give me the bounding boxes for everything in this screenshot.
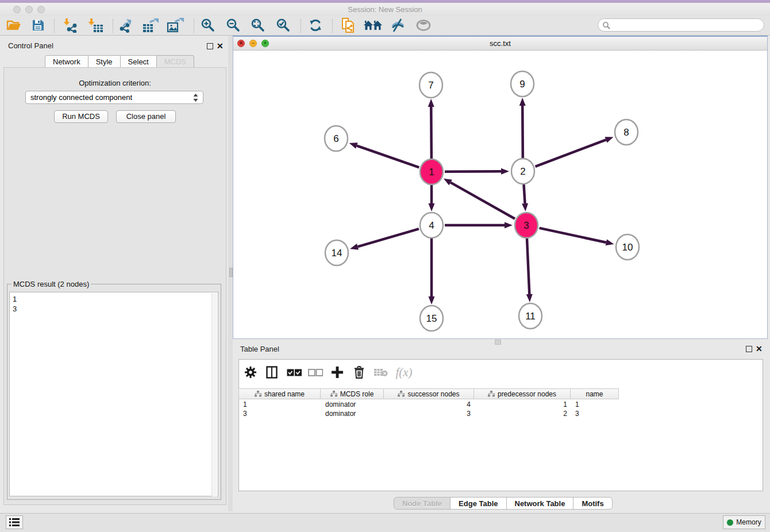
export-network-icon[interactable] [116,17,137,34]
network-minimize-button[interactable]: − [249,40,257,47]
graph-node-14[interactable]: 14 [325,240,348,265]
close-panel-button[interactable]: Close panel [116,110,176,123]
graph-edge-3-10[interactable] [539,228,606,242]
table-cell[interactable]: 1 [475,400,571,409]
column-header-shared-name[interactable]: shared name [238,388,321,399]
table-cell[interactable]: 1 [239,400,321,409]
memory-button[interactable]: Memory [723,515,765,529]
graph-edge-2-9[interactable] [522,106,523,158]
column-header-successor-nodes[interactable]: successor nodes [384,388,474,399]
graph-node-4[interactable]: 4 [420,213,443,238]
graph-node-1[interactable]: 1 [420,159,443,184]
network-close-button[interactable]: ✕ [237,40,245,47]
task-history-button[interactable] [6,515,23,529]
graph-node-15[interactable]: 15 [420,306,443,331]
graph-edge-4-14[interactable] [357,229,418,246]
graph-arrowhead-2-8 [605,137,614,142]
save-session-icon[interactable] [28,17,48,34]
graph-node-3[interactable]: 3 [515,213,538,238]
table-cell[interactable]: 2 [475,409,571,418]
control-panel-float-icon[interactable] [207,43,213,49]
tab-style[interactable]: Style [88,55,121,68]
mcds-result-textarea[interactable]: 13 [9,292,218,496]
graph-edge-1-6[interactable] [357,146,419,168]
table-cell[interactable]: 3 [571,409,619,418]
delete-table-icon[interactable] [372,364,390,381]
table-cell[interactable]: 4 [384,400,475,409]
graph-arrowhead-3-11 [526,294,533,302]
refresh-view-icon[interactable] [305,17,326,34]
run-mcds-button[interactable]: Run MCDS [54,110,108,123]
tab-select[interactable]: Select [120,55,157,68]
control-panel-close-icon[interactable]: ✕ [217,43,224,49]
export-image-icon[interactable] [165,17,186,34]
app-titlebar: Session: New Session [0,3,770,16]
result-scrollbar[interactable] [211,293,217,496]
table-panel-close-icon[interactable]: ✕ [756,346,763,352]
zoom-selected-icon[interactable] [273,17,294,34]
horizontal-splitter-handle[interactable] [495,340,501,345]
graph-node-6[interactable]: 6 [325,126,348,151]
settings-gear-icon[interactable] [243,364,258,381]
function-builder-icon[interactable]: f(x) [393,364,415,381]
graph-edge-2-3[interactable] [523,184,525,203]
select-all-icon[interactable] [286,364,303,381]
tab-mcds[interactable]: MCDS [156,55,194,68]
toggle-graphics-details-icon[interactable] [387,17,408,34]
criterion-dropdown[interactable]: strongly connected component [25,91,203,104]
window-close-button[interactable] [13,6,21,13]
graph-node-9[interactable]: 9 [511,71,534,97]
show-hide-eye-icon[interactable] [413,17,434,34]
tab-node-table[interactable]: Node Table [394,497,451,510]
graph-node-10[interactable]: 10 [616,234,639,260]
svg-text:8: 8 [623,127,629,138]
zoom-out-icon[interactable] [223,17,244,34]
column-header-predecessor-nodes[interactable]: predecessor nodes [474,388,571,399]
table-row[interactable]: 3dominator323 [239,409,763,418]
import-table-icon[interactable] [85,17,106,34]
zoom-fit-icon[interactable] [248,17,268,34]
window-zoom-button[interactable] [37,6,45,13]
svg-text:1: 1 [429,167,434,178]
column-header-name[interactable]: name [571,388,619,399]
memory-status-icon [727,519,733,526]
open-session-icon[interactable] [3,17,24,34]
graph-node-8[interactable]: 8 [615,119,638,145]
table-cell[interactable]: 3 [384,409,475,418]
tab-network[interactable]: Network [45,55,88,68]
table-cell[interactable]: 3 [239,409,321,418]
window-minimize-button[interactable] [25,6,33,13]
graph-node-11[interactable]: 11 [519,303,542,329]
deselect-all-icon[interactable] [307,364,324,381]
graph-node-7[interactable]: 7 [419,72,442,98]
graph-edge-3-11[interactable] [527,238,529,294]
tab-motifs[interactable]: Motifs [573,497,612,510]
show-hide-columns-icon[interactable] [264,364,280,381]
table-row[interactable]: 1dominator411 [239,400,763,409]
table-cell[interactable]: dominator [321,409,384,418]
table-cell[interactable]: 1 [571,400,619,409]
graph-edge-2-8[interactable] [536,140,606,166]
network-window-titlebar[interactable]: ✕ − + scc.txt [233,37,767,51]
graph-edge-1-7[interactable] [431,107,432,159]
duplicate-network-icon[interactable] [338,17,359,34]
svg-text:11: 11 [525,311,536,322]
delete-rows-trash-icon[interactable] [351,364,367,381]
import-network-icon[interactable] [60,17,81,34]
tab-network-table[interactable]: Network Table [506,497,574,510]
network-maximize-button[interactable]: + [261,40,269,47]
zoom-in-icon[interactable] [198,17,218,34]
search-field[interactable] [598,18,764,32]
tab-edge-table[interactable]: Edge Table [450,497,506,510]
home-icon[interactable] [363,17,383,34]
graph-node-2[interactable]: 2 [511,159,534,184]
network-graph-canvas[interactable]: 1234678910111415 [233,52,767,339]
graph-edge-1-2[interactable] [445,171,501,172]
add-row-icon[interactable] [329,364,346,381]
export-table-icon[interactable] [140,17,161,34]
table-panel-float-icon[interactable] [746,346,752,352]
column-header-MCDS-role[interactable]: MCDS role [321,388,384,399]
graph-edge-3-1[interactable] [451,183,515,219]
search-input[interactable] [610,21,756,30]
table-cell[interactable]: dominator [321,400,384,409]
